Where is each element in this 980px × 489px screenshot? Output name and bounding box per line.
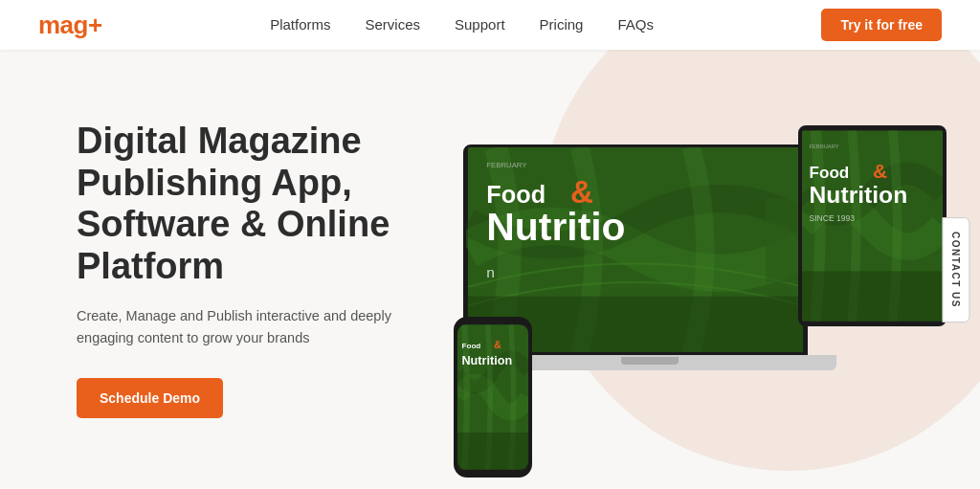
hero-subtitle: Create, Manage and Publish interactive a… xyxy=(77,305,392,349)
svg-text:Nutritio: Nutritio xyxy=(486,205,625,249)
schedule-demo-button[interactable]: Schedule Demo xyxy=(77,378,223,418)
device-phone: Food & Nutrition xyxy=(454,317,540,489)
logo-main: mag xyxy=(38,11,88,39)
svg-text:Nutrition: Nutrition xyxy=(810,182,908,208)
hero-section: Digital Magazine Publishing App, Softwar… xyxy=(0,50,980,489)
svg-text:SINCE 1993: SINCE 1993 xyxy=(810,213,856,223)
nav-link-faqs[interactable]: FAQs xyxy=(617,16,654,33)
nav-link-support[interactable]: Support xyxy=(455,16,505,33)
try-free-button[interactable]: Try it for free xyxy=(821,9,942,41)
nav-link-services[interactable]: Services xyxy=(365,16,420,33)
svg-text:&: & xyxy=(873,160,887,182)
nav-link-pricing[interactable]: Pricing xyxy=(540,16,584,33)
nav-item-platforms[interactable]: Platforms xyxy=(270,16,330,33)
svg-text:n: n xyxy=(486,264,495,280)
svg-text:Nutrition: Nutrition xyxy=(462,354,513,367)
hero-devices: FEBRUARY Food & Nutritio n xyxy=(415,116,951,489)
device-tablet: FEBRUARY Food & Nutrition SINCE 1993 xyxy=(798,125,951,336)
svg-text:Food: Food xyxy=(462,342,481,350)
logo[interactable]: mag+ xyxy=(38,11,102,40)
nav-links: Platforms Services Support Pricing FAQs xyxy=(270,16,654,33)
svg-text:Food: Food xyxy=(486,181,546,208)
navbar: mag+ Platforms Services Support Pricing … xyxy=(0,0,980,50)
svg-rect-9 xyxy=(802,271,943,321)
phone-magazine-cover: Food & Nutrition xyxy=(457,321,528,474)
logo-plus: + xyxy=(88,11,102,39)
svg-text:Food: Food xyxy=(810,164,850,182)
nav-item-support[interactable]: Support xyxy=(455,16,505,33)
tablet-magazine-cover: FEBRUARY Food & Nutrition SINCE 1993 xyxy=(802,129,943,322)
hero-text-block: Digital Magazine Publishing App, Softwar… xyxy=(0,121,412,418)
tablet-screen: FEBRUARY Food & Nutrition SINCE 1993 xyxy=(798,125,947,326)
svg-text:FEBRUARY: FEBRUARY xyxy=(810,144,839,149)
svg-rect-16 xyxy=(457,433,528,470)
contact-us-sidebar[interactable]: CONTACT US xyxy=(943,217,970,322)
phone-screen: Food & Nutrition xyxy=(454,317,532,478)
nav-item-services[interactable]: Services xyxy=(365,16,420,33)
nav-link-platforms[interactable]: Platforms xyxy=(270,16,330,33)
nav-item-pricing[interactable]: Pricing xyxy=(540,16,584,33)
svg-text:&: & xyxy=(494,339,501,350)
nav-item-faqs[interactable]: FAQs xyxy=(617,16,654,33)
hero-title: Digital Magazine Publishing App, Softwar… xyxy=(77,121,412,288)
svg-text:FEBRUARY: FEBRUARY xyxy=(486,161,527,169)
